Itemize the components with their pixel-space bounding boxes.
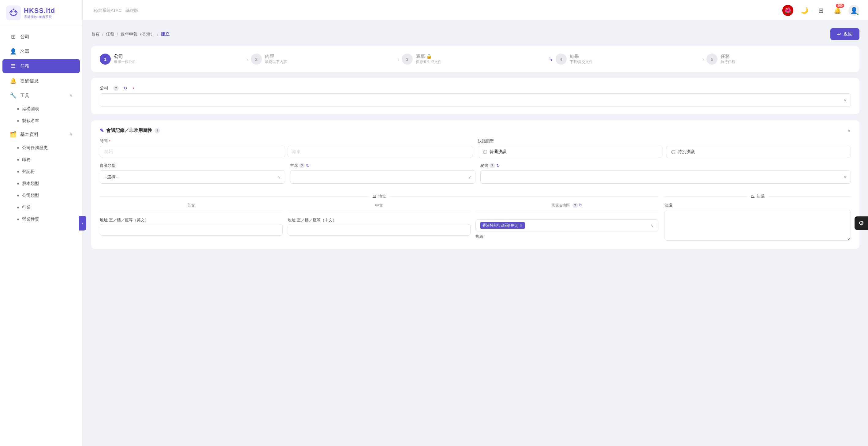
sidebar-item-tools[interactable]: 🔧 工具 ∨ — [2, 88, 80, 102]
wizard-step-3[interactable]: 3 表單 🔒 保存並生成文件 — [402, 54, 546, 65]
settings-fab[interactable]: ⚙ — [855, 216, 868, 230]
tasks-icon: ☰ — [10, 63, 17, 69]
topbar-actions: 🌺 🌙 ⊞ 🔔 560 👤 — [782, 5, 860, 16]
decision-textarea[interactable] — [664, 210, 851, 241]
sidebar-toggle[interactable]: ‹ — [79, 216, 86, 231]
basic-data-arrow-icon: ∨ — [70, 132, 72, 137]
decision-type-label: 決議類型 — [478, 138, 851, 144]
sidebar-label-struct-chart: 結構圖表 — [22, 106, 39, 112]
company-select[interactable] — [100, 93, 851, 107]
basic-data-icon: 🗂️ — [10, 131, 17, 138]
wizard-step-5[interactable]: 5 任務 執行任務 — [707, 54, 851, 65]
time-end-input[interactable] — [288, 146, 473, 157]
step-title-5: 任務 — [720, 54, 735, 59]
breadcrumb: 首頁 / 任務 / 週年申報（香港） / 建立 ↩ 返回 — [91, 28, 860, 40]
back-button[interactable]: ↩ 返回 — [830, 28, 860, 40]
sidebar-item-company[interactable]: ⊞ 公司 — [2, 30, 80, 44]
sidebar-label-company: 公司 — [20, 34, 72, 40]
address-room-en-input[interactable] — [100, 224, 283, 236]
address-country-col: 香港特別行政區[HKG] ✕ ∨ 郵編 — [475, 213, 658, 239]
sidebar-item-company-history[interactable]: 公司任務歷史 — [2, 142, 80, 154]
sidebar-item-cut-list[interactable]: 製裁名單 — [2, 115, 80, 127]
step-subtitle-3: 保存並生成文件 — [416, 59, 441, 65]
register-dot — [17, 171, 19, 173]
breadcrumb-home[interactable]: 首頁 — [91, 32, 100, 37]
company-select-wrapper: ∨ — [100, 93, 851, 107]
sidebar-label-positions: 職務 — [22, 157, 31, 162]
meeting-collapse-icon[interactable]: ∧ — [847, 128, 851, 133]
sidebar-item-register[interactable]: 登記冊 — [2, 166, 80, 178]
sidebar-label-tasks: 任務 — [20, 63, 72, 69]
wizard-step-2[interactable]: 2 內容 填寫以下內容 — [251, 54, 395, 65]
sidebar-item-share-types[interactable]: 股本類型 — [2, 178, 80, 189]
country-select-display[interactable]: 香港特別行政區[HKG] ✕ ∨ — [475, 219, 658, 231]
company-help-icon[interactable]: ? — [113, 85, 119, 91]
meeting-help-icon[interactable]: ? — [155, 128, 160, 133]
decision-radio-group: 普通決議 特別決議 — [478, 146, 851, 158]
meeting-type-select-wrapper: --選擇-- ∨ — [100, 170, 285, 184]
back-icon: ↩ — [837, 32, 841, 37]
sidebar-label-company-types: 公司類型 — [22, 193, 39, 198]
country-refresh-icon[interactable]: ↻ — [579, 203, 583, 208]
address-cn-header: 中文 — [288, 203, 471, 211]
company-refresh-icon[interactable]: ↻ — [124, 86, 127, 91]
sidebar-label-cut-list: 製裁名單 — [22, 118, 39, 124]
step-circle-5: 5 — [707, 54, 717, 65]
breadcrumb-tasks[interactable]: 任務 — [106, 32, 115, 37]
address-room-cn-input[interactable] — [288, 224, 471, 236]
special-decision-option[interactable]: 特別決議 — [666, 146, 851, 158]
ordinary-decision-radio[interactable] — [483, 150, 487, 154]
company-form-card: 公司 ? ↻ • ∨ — [91, 78, 860, 114]
dark-mode-button[interactable]: 🌙 — [799, 5, 810, 16]
svg-point-2 — [14, 11, 16, 12]
step-info-2: 內容 填寫以下內容 — [265, 54, 287, 65]
secretary-help-icon[interactable]: ? — [490, 163, 495, 168]
time-start-input[interactable] — [100, 146, 285, 157]
sidebar-item-company-status[interactable]: 營業性質 — [2, 214, 80, 225]
grid-button[interactable]: ⊞ — [815, 5, 827, 16]
sidebar-item-company-types[interactable]: 公司類型 — [2, 190, 80, 201]
postal-field: 郵編 — [475, 234, 658, 239]
sidebar-item-struct-chart[interactable]: 結構圖表 — [2, 103, 80, 115]
meeting-section-title: ✎ 會議記錄／非常用屬性 ? — [100, 128, 160, 133]
step-arrow-1: › — [247, 56, 248, 62]
notification-button[interactable]: 🔔 560 — [832, 5, 843, 16]
secretary-select[interactable] — [480, 170, 851, 184]
time-col: 時間 * — [100, 138, 473, 157]
address-decision-row: 🗳 地址 英文 中文 國家&地區 ? ↻ — [100, 188, 851, 241]
reminders-icon: 🔔 — [10, 78, 17, 84]
chair-help-icon[interactable]: ? — [299, 163, 305, 168]
address-cols-header: 英文 中文 國家&地區 ? ↻ — [100, 203, 658, 211]
notification-badge: 560 — [836, 4, 844, 8]
step-circle-4: 4 — [556, 54, 567, 65]
postal-label: 郵編 — [475, 234, 658, 239]
country-tag-remove[interactable]: ✕ — [520, 224, 523, 228]
main: 秘書系統ATAC 基礎版 🌺 🌙 ⊞ 🔔 560 👤 首頁 / 任務 / — [83, 0, 868, 446]
hk-flag-button[interactable]: 🌺 — [782, 5, 793, 16]
meeting-section-header: ✎ 會議記錄／非常用屬性 ? ∧ — [100, 128, 851, 133]
sidebar-item-positions[interactable]: 職務 — [2, 154, 80, 166]
chair-select[interactable] — [290, 170, 475, 184]
topbar: 秘書系統ATAC 基礎版 🌺 🌙 ⊞ 🔔 560 👤 — [83, 0, 868, 21]
step-subtitle-2: 填寫以下內容 — [265, 59, 287, 65]
sidebar-item-reminders[interactable]: 🔔 提醒信息 — [2, 74, 80, 88]
sidebar-item-namelist[interactable]: 👤 名單 — [2, 44, 80, 58]
meeting-type-select[interactable]: --選擇-- — [100, 170, 285, 184]
sidebar-item-tasks[interactable]: ☰ 任務 — [2, 59, 80, 73]
special-decision-radio[interactable] — [671, 150, 675, 154]
logo: HKSS.ltd 香港優軟•秘書系統 — [0, 0, 82, 26]
logo-title: HKSS.ltd — [24, 7, 55, 15]
sidebar-item-basic-data[interactable]: 🗂️ 基本資料 ∨ — [2, 127, 80, 142]
breadcrumb-annual[interactable]: 週年申報（香港） — [121, 32, 155, 37]
online-indicator — [856, 13, 859, 16]
chair-col: 主席 ? ↻ ∨ — [290, 163, 475, 184]
sidebar-item-industry[interactable]: 行業 — [2, 202, 80, 213]
step-title-4: 結果 — [570, 54, 593, 59]
wizard-step-1[interactable]: 1 公司 選擇一個公司 — [100, 54, 244, 65]
user-avatar[interactable]: 👤 — [848, 5, 860, 16]
country-help-icon[interactable]: ? — [572, 203, 578, 208]
wizard-step-4[interactable]: 4 結果 下載/提交文件 — [556, 54, 700, 65]
ordinary-decision-option[interactable]: 普通決議 — [478, 146, 663, 158]
secretary-refresh-icon[interactable]: ↻ — [496, 163, 500, 168]
chair-refresh-icon[interactable]: ↻ — [306, 163, 310, 168]
